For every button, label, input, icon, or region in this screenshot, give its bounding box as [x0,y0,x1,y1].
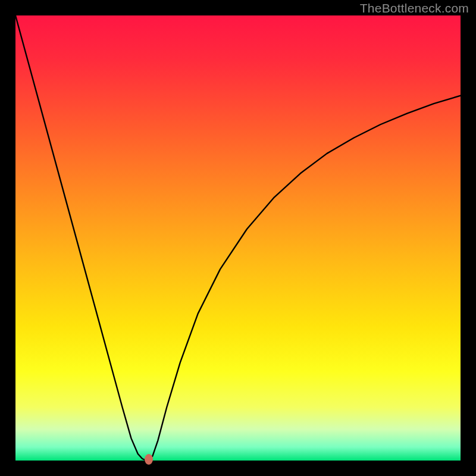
watermark-text: TheBottleneck.com [360,1,469,15]
gradient-background [15,15,461,461]
optimal-point-marker [145,454,153,465]
chart-frame: TheBottleneck.com [0,0,476,476]
bottleneck-chart [15,15,461,461]
